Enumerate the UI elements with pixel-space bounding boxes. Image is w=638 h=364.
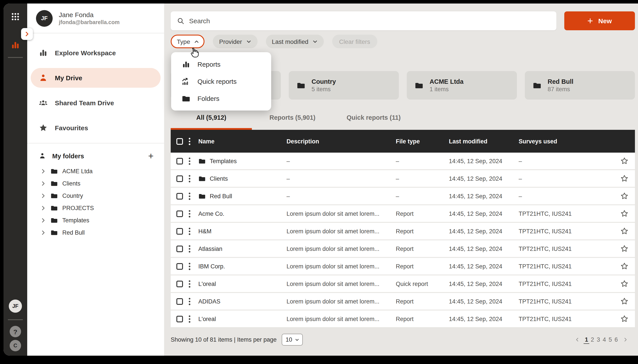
favourite-star-icon[interactable] — [615, 192, 635, 200]
search-input[interactable] — [189, 17, 493, 24]
content-tab[interactable]: Reports (5,901) — [252, 110, 333, 130]
clear-filters-button[interactable]: Clear filters — [332, 35, 377, 48]
table-row[interactable]: Red Bull – – 14:45, 12 Sep, 2024 – — [171, 188, 635, 205]
table-row[interactable]: Templates – – 14:45, 12 Sep, 2024 – — [171, 152, 635, 170]
folder-card[interactable]: Country 5 items — [289, 71, 399, 100]
c-badge-button[interactable]: C — [10, 340, 21, 351]
favourite-star-icon[interactable] — [615, 156, 635, 165]
chevron-right-icon[interactable] — [40, 217, 46, 223]
rail-avatar[interactable]: JF — [9, 300, 22, 313]
add-folder-button[interactable]: + — [148, 151, 154, 160]
type-menu-item[interactable]: Reports — [171, 56, 271, 73]
chevron-right-icon[interactable] — [40, 205, 46, 211]
page-number[interactable]: 2 — [589, 336, 595, 344]
table-row[interactable]: Atlassian Lorem ipsum dolor sit amet lor… — [171, 240, 635, 258]
row-checkbox[interactable] — [176, 228, 183, 234]
sidebar-folder-item[interactable]: PROJECTS — [27, 202, 164, 214]
new-button[interactable]: + New — [564, 12, 635, 30]
row-checkbox[interactable] — [176, 280, 183, 287]
table-row[interactable]: Acme Co. Lorem ipsum dolor sit amet lore… — [171, 205, 635, 223]
search-bar[interactable] — [171, 12, 556, 30]
chevron-right-icon[interactable] — [40, 168, 46, 174]
favourite-star-icon[interactable] — [615, 227, 635, 236]
column-header-description[interactable]: Description — [287, 138, 396, 144]
content-tab[interactable]: All (5,912) — [171, 110, 252, 130]
favourite-star-icon[interactable] — [615, 279, 635, 288]
sidebar-folder-item[interactable]: Red Bull — [27, 226, 164, 238]
sidebar-nav-item[interactable]: My Drive — [31, 68, 161, 88]
apps-grid-icon[interactable] — [11, 12, 20, 21]
row-kebab-icon[interactable] — [188, 210, 198, 218]
sidebar-nav-item[interactable]: Favourites — [31, 118, 161, 138]
page-number[interactable]: 1 — [583, 336, 589, 344]
row-kebab-icon[interactable] — [188, 315, 198, 323]
table-row[interactable]: L'oreal Lorem ipsum dolor sit amet lorem… — [171, 276, 635, 293]
folder-card[interactable]: ACME Ltda 1 items — [407, 71, 517, 100]
help-button[interactable]: ? — [10, 326, 21, 337]
type-menu-item[interactable]: Folders — [171, 90, 271, 107]
row-kebab-icon[interactable] — [188, 244, 198, 253]
favourite-star-icon[interactable] — [615, 314, 635, 323]
row-kebab-icon[interactable] — [188, 262, 198, 270]
favourite-star-icon[interactable] — [615, 244, 635, 253]
filter-chip-type[interactable]: Type — [171, 35, 205, 48]
page-number[interactable]: 4 — [601, 336, 607, 344]
next-page-icon[interactable] — [623, 337, 628, 342]
favourite-star-icon[interactable] — [615, 262, 635, 270]
page-number[interactable]: 6 — [613, 336, 619, 344]
row-kebab-icon[interactable] — [188, 192, 198, 200]
table-row[interactable]: IBM Corp. Lorem ipsum dolor sit amet lor… — [171, 258, 635, 276]
row-checkbox[interactable] — [176, 245, 183, 252]
row-checkbox[interactable] — [176, 193, 183, 199]
row-file-type: Report — [396, 210, 449, 217]
page-number[interactable]: 5 — [607, 336, 613, 344]
content-tab[interactable]: Quick reports (11) — [333, 110, 414, 130]
table-row[interactable]: H&M Lorem ipsum dolor sit amet lorem... … — [171, 223, 635, 240]
type-menu-item[interactable]: Quick reports — [171, 73, 271, 90]
previous-page-icon[interactable] — [575, 337, 580, 342]
favourite-star-icon[interactable] — [615, 209, 635, 218]
row-kebab-icon[interactable] — [188, 174, 198, 183]
row-kebab-icon[interactable] — [188, 157, 198, 165]
page-number[interactable]: 3 — [595, 336, 601, 344]
select-all-checkbox[interactable] — [176, 138, 183, 144]
row-checkbox[interactable] — [176, 158, 183, 164]
column-header-name[interactable]: Name — [198, 138, 287, 144]
column-header-file-type[interactable]: File type — [396, 138, 449, 144]
user-profile[interactable]: JF Jane Fonda jfonda@barbarella.com — [27, 4, 164, 33]
row-checkbox[interactable] — [176, 298, 183, 304]
card-item-count: 1 items — [430, 86, 464, 92]
sidebar-folder-item[interactable]: Clients — [27, 177, 164, 190]
row-checkbox[interactable] — [176, 210, 183, 217]
column-header-surveys[interactable]: Surveys used — [519, 138, 615, 144]
row-description: – — [287, 193, 396, 199]
filter-chip-last-modified[interactable]: Last modified — [266, 35, 324, 48]
chevron-right-icon[interactable] — [40, 180, 46, 186]
row-kebab-icon[interactable] — [188, 227, 198, 235]
row-kebab-icon[interactable] — [188, 297, 198, 306]
filter-chip-provider[interactable]: Provider — [213, 35, 257, 48]
workspace-analytics-icon[interactable] — [11, 40, 20, 50]
row-checkbox[interactable] — [176, 175, 183, 182]
sidebar: JF Jane Fonda jfonda@barbarella.com Expl… — [27, 4, 164, 356]
header-kebab-icon[interactable] — [188, 137, 198, 146]
sidebar-nav-item[interactable]: Explore Workspace — [31, 43, 161, 63]
favourite-star-icon[interactable] — [615, 297, 635, 306]
column-header-last-modified[interactable]: Last modified — [449, 138, 519, 144]
row-kebab-icon[interactable] — [188, 280, 198, 288]
chevron-right-icon[interactable] — [40, 230, 46, 235]
items-per-page-select[interactable]: 10 — [282, 334, 303, 346]
row-checkbox[interactable] — [176, 316, 183, 322]
folder-card[interactable]: Red Bull 87 items — [525, 71, 635, 100]
sidebar-folder-item[interactable]: Templates — [27, 214, 164, 226]
favourite-star-icon[interactable] — [615, 174, 635, 183]
sidebar-folder-item[interactable]: ACME Ltda — [27, 165, 164, 177]
row-checkbox[interactable] — [176, 263, 183, 270]
table-row[interactable]: Clients – – 14:45, 12 Sep, 2024 – — [171, 170, 635, 188]
sidebar-folder-item[interactable]: Country — [27, 190, 164, 202]
sidebar-expand-button[interactable] — [21, 28, 33, 40]
table-row[interactable]: L'oreal Lorem ipsum dolor sit amet lorem… — [171, 310, 635, 328]
table-row[interactable]: ADIDAS Lorem ipsum dolor sit amet lorem.… — [171, 293, 635, 310]
chevron-right-icon[interactable] — [40, 193, 46, 198]
sidebar-nav-item[interactable]: Shared Team Drive — [31, 93, 161, 113]
